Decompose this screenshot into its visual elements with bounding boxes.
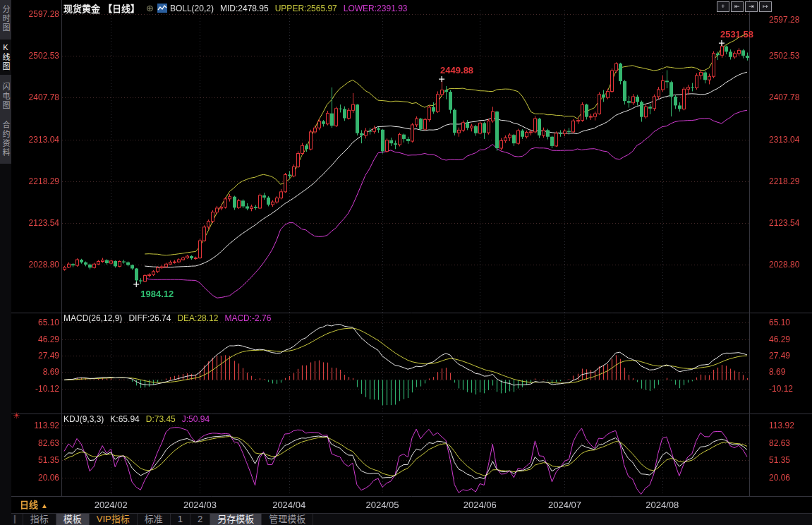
- toolbar-item-page-2[interactable]: 2: [190, 514, 210, 525]
- crosshair-icon[interactable]: +: [717, 1, 729, 12]
- period-selector-arrow-icon: ▲: [41, 502, 48, 509]
- symbol-title: 现货黄金: [63, 1, 100, 15]
- toolbar-item-indicators[interactable]: 指标: [23, 514, 56, 525]
- sidebar-item-kline-chart[interactable]: K线图: [0, 40, 11, 75]
- kline-window: 分时图 K线图 闪电图 合约资料 现货黄金 【日线】 ⊕ BOLL(20,2) …: [0, 0, 812, 525]
- period-selector-label: 日线: [20, 500, 38, 510]
- axis-compress-right-icon[interactable]: ⇥: [745, 1, 758, 12]
- sidebar-item-contract-info[interactable]: 合约资料: [0, 117, 11, 161]
- macd-header: MACD(26,12,9) DIFF:26.74 DEA:28.12 MACD:…: [63, 313, 271, 323]
- chart-corner-toolbar: + ⇤ ⇥ ↦: [717, 1, 772, 12]
- toolbar-item-save-template[interactable]: 另存模板: [210, 514, 262, 525]
- toolbar-item-page-1[interactable]: 1: [171, 514, 190, 525]
- axis-compress-left-icon[interactable]: ⇤: [731, 1, 744, 12]
- page-forward-icon[interactable]: ↦: [759, 1, 772, 12]
- period-selector[interactable]: 日线▲: [20, 497, 48, 511]
- kdj-k-value: K:65.94: [110, 414, 139, 424]
- boll-name: BOLL(20,2): [170, 4, 214, 13]
- kdj-d-value: D:73.45: [146, 414, 176, 424]
- toolbar-item-manage-templates[interactable]: 管理模板: [262, 514, 313, 525]
- macd-diff-value: DIFF:26.74: [128, 313, 171, 323]
- macd-name: MACD(26,12,9): [63, 313, 122, 323]
- boll-lower-value: LOWER:2391.93: [344, 4, 408, 13]
- macd-dea-value: DEA:28.12: [177, 313, 218, 323]
- period-tag: 【日线】: [103, 1, 140, 15]
- bottom-toolbar: ▎ 指标 模板 VIP指标 标准 1 2 另存模板 管理模板: [11, 513, 812, 525]
- link-toggle-icon[interactable]: ⊕: [146, 3, 154, 13]
- sidebar-item-flash-chart[interactable]: 闪电图: [0, 79, 11, 114]
- toolbar-grip-icon[interactable]: ▎: [11, 514, 23, 525]
- kdj-settings-icon[interactable]: ☀: [13, 411, 20, 421]
- sidebar-item-time-chart[interactable]: 分时图: [0, 1, 11, 36]
- main-chart-header: 现货黄金 【日线】 ⊕ BOLL(20,2) MID:2478.95 UPPER…: [63, 1, 407, 15]
- kdj-header: KDJ(9,3,3) K:65.94 D:73.45 J:50.94: [63, 414, 210, 424]
- macd-bar-value: MACD:-2.76: [224, 313, 271, 323]
- indicator-chip-icon: [157, 4, 167, 13]
- kdj-j-value: J:50.94: [182, 414, 210, 424]
- kdj-name: KDJ(9,3,3): [63, 414, 104, 424]
- kline-canvas[interactable]: [0, 0, 812, 525]
- left-sidebar: 分时图 K线图 闪电图 合约资料: [0, 0, 11, 525]
- toolbar-item-templates[interactable]: 模板: [56, 514, 90, 525]
- boll-upper-value: UPPER:2565.97: [275, 4, 337, 13]
- boll-mid-value: MID:2478.95: [220, 4, 269, 13]
- toolbar-item-vip-indicators[interactable]: VIP指标: [90, 514, 138, 525]
- toolbar-item-standard[interactable]: 标准: [138, 514, 171, 525]
